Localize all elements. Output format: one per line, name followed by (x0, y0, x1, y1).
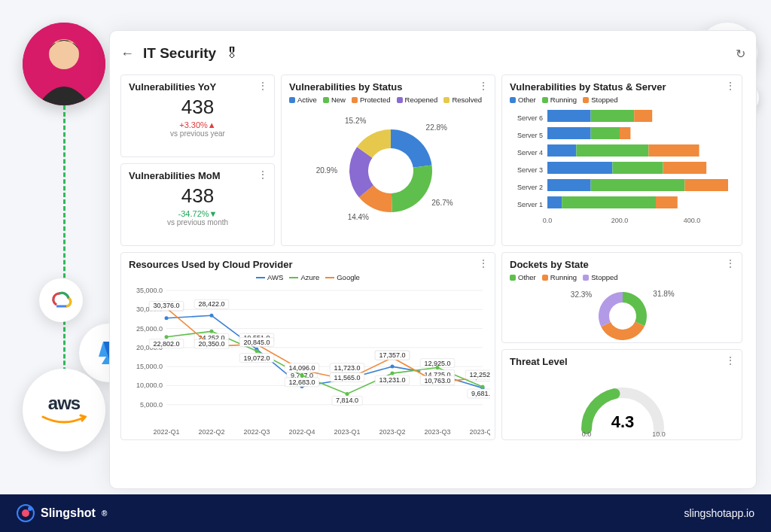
legend-label: Running (550, 96, 577, 104)
svg-text:20.9%: 20.9% (316, 166, 337, 175)
svg-point-112 (481, 385, 485, 389)
svg-text:400.0: 400.0 (684, 217, 701, 224)
svg-rect-35 (547, 179, 591, 191)
legend: AWS Azure Google (129, 273, 487, 281)
top-bar: ← IT Security 🎖 ↻ (120, 40, 745, 67)
svg-text:0.0: 0.0 (582, 430, 592, 438)
card-vuln-mom: ⋮ Vulnerabilities MoM 438 -34.72%▼ vs pr… (120, 163, 275, 246)
card-menu-icon[interactable]: ⋮ (725, 354, 736, 366)
avatar (23, 23, 105, 105)
legend-label: AWS (267, 273, 283, 281)
svg-point-103 (346, 392, 349, 396)
svg-point-91 (165, 335, 169, 339)
svg-text:28,422.0: 28,422.0 (198, 300, 224, 308)
svg-text:26.7%: 26.7% (431, 199, 453, 207)
footer-url: slingshotapp.io (684, 507, 754, 519)
svg-rect-27 (547, 144, 576, 157)
svg-text:4.3: 4.3 (611, 412, 635, 431)
brand-name: Slingshot (41, 506, 96, 520)
svg-text:10,000.0: 10,000.0 (136, 382, 163, 389)
google-cloud-icon (39, 278, 83, 322)
svg-text:200.0: 200.0 (611, 217, 629, 224)
donut-chart: 31.8%35.9%32.3% (510, 284, 736, 343)
svg-text:2023-Q1: 2023-Q1 (334, 428, 360, 436)
legend-label: Protected (360, 96, 391, 104)
footer: Slingshot® slingshotapp.io (0, 494, 771, 532)
svg-text:15.2%: 15.2% (345, 117, 366, 125)
svg-text:2023-Q3: 2023-Q3 (424, 428, 450, 436)
card-menu-icon[interactable]: ⋮ (258, 169, 268, 181)
svg-text:14,096.0: 14,096.0 (288, 364, 315, 372)
svg-text:32.3%: 32.3% (571, 290, 592, 299)
card-menu-icon[interactable]: ⋮ (478, 257, 489, 269)
gauge-chart: 4.30.010.0 (510, 370, 736, 438)
svg-text:13,231.0: 13,231.0 (379, 376, 405, 384)
svg-point-146 (22, 509, 29, 517)
kpi-value: 438 (129, 96, 267, 119)
svg-rect-41 (656, 196, 678, 208)
refresh-button[interactable]: ↻ (736, 47, 745, 61)
svg-point-1 (49, 39, 79, 69)
dashboard-canvas: ← IT Security 🎖 ↻ ⋮ Vulnerabilities YoY … (109, 30, 757, 489)
card-menu-icon[interactable]: ⋮ (725, 257, 736, 269)
line-chart: 5,000.010,000.015,000.020,000.025,000.03… (129, 284, 490, 439)
legend-label: Google (337, 273, 360, 281)
legend: Other Running Stopped (510, 273, 734, 281)
svg-rect-29 (648, 144, 699, 157)
legend-label: Running (550, 273, 577, 281)
svg-text:9,681.0: 9,681.0 (471, 390, 490, 397)
card-threat: ⋮ Threat Level 4.30.010.0 (501, 349, 742, 440)
svg-text:17,357.0: 17,357.0 (379, 351, 405, 359)
legend-label: Active (297, 96, 317, 104)
card-menu-icon[interactable]: ⋮ (478, 80, 489, 92)
svg-rect-32 (612, 162, 663, 174)
svg-point-82 (391, 365, 395, 369)
svg-text:22,802.0: 22,802.0 (153, 340, 179, 348)
svg-text:Server 3: Server 3 (517, 166, 543, 174)
kpi-sub: vs previous year (129, 129, 267, 138)
back-button[interactable]: ← (120, 46, 134, 62)
brand-logo: Slingshot® (17, 504, 107, 522)
card-title: Dockets by State (510, 259, 734, 270)
donut-chart: 22.8%26.7%14.4%20.9%15.2% (289, 107, 485, 227)
svg-text:11,565.0: 11,565.0 (334, 374, 360, 382)
legend-label: Azure (300, 273, 319, 281)
svg-text:2022-Q1: 2022-Q1 (153, 428, 179, 436)
svg-text:20,350.0: 20,350.0 (198, 340, 224, 348)
card-menu-icon[interactable]: ⋮ (258, 80, 268, 92)
svg-rect-24 (591, 127, 620, 139)
svg-rect-40 (562, 196, 656, 208)
svg-point-100 (300, 373, 304, 377)
svg-text:11,723.0: 11,723.0 (334, 364, 360, 372)
svg-text:2022-Q4: 2022-Q4 (288, 428, 315, 436)
legend-label: Reopened (405, 96, 438, 104)
kpi-value: 438 (129, 184, 267, 208)
svg-point-147 (28, 506, 32, 511)
legend-label: Resolved (452, 96, 482, 104)
svg-text:Server 6: Server 6 (517, 114, 543, 122)
svg-text:12,252.0: 12,252.0 (469, 371, 490, 378)
svg-text:2023-Q4: 2023-Q4 (469, 428, 490, 436)
legend: Active New Protected Reopened Resolved (289, 96, 487, 104)
legend-label: Stopped (591, 96, 617, 104)
svg-text:19,072.0: 19,072.0 (243, 354, 270, 362)
svg-point-97 (255, 349, 259, 353)
svg-rect-36 (591, 179, 685, 191)
page-title: IT Security (143, 45, 216, 62)
card-dockets: ⋮ Dockets by State Other Running Stopped… (501, 252, 742, 343)
card-vuln-status: ⋮ Vulnerabilities by Status Active New P… (281, 74, 495, 246)
card-title: Vulnerabilities by Status & Server (510, 81, 734, 93)
svg-text:Server 5: Server 5 (517, 132, 543, 139)
card-title: Resources Used by Cloud Provider (129, 259, 487, 270)
svg-text:20,845.0: 20,845.0 (243, 339, 270, 346)
svg-text:10,763.0: 10,763.0 (424, 377, 450, 385)
svg-text:15,000.0: 15,000.0 (136, 363, 163, 370)
card-menu-icon[interactable]: ⋮ (725, 80, 736, 92)
svg-rect-23 (547, 127, 591, 139)
svg-rect-20 (591, 110, 635, 122)
svg-rect-25 (620, 127, 630, 139)
kpi-delta: -34.72%▼ (129, 209, 267, 218)
kpi-sub: vs previous month (129, 218, 267, 226)
legend-label: Other (518, 273, 536, 281)
card-resources: ⋮ Resources Used by Cloud Provider AWS A… (120, 252, 495, 440)
